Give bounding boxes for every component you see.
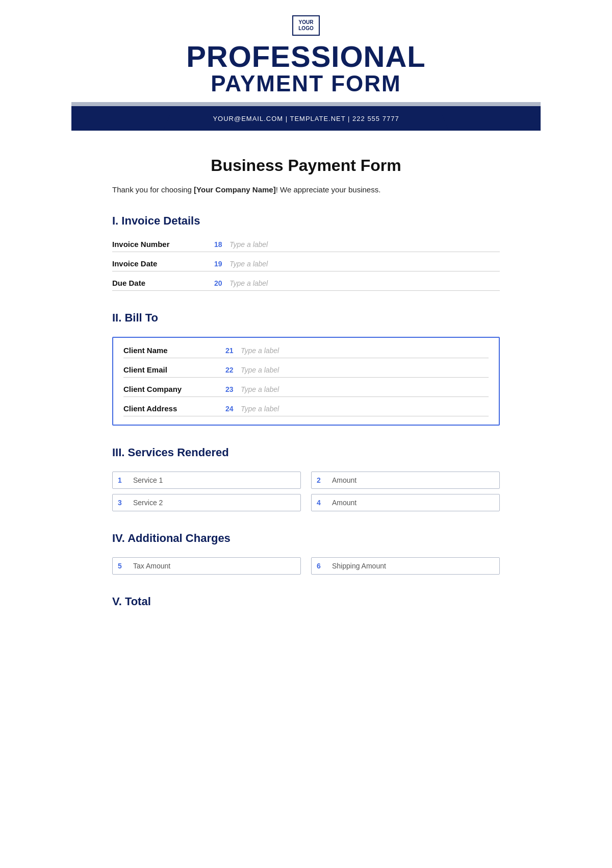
- field-number: 22: [225, 366, 237, 374]
- invoice-fields: Invoice Number 18 Type a label Invoice D…: [112, 240, 500, 291]
- field-number: 1: [118, 476, 129, 484]
- field-number: 18: [214, 240, 225, 249]
- title-professional: PROFESSIONAL: [82, 42, 530, 71]
- amount-value: Amount: [332, 499, 356, 507]
- field-label: Client Company: [123, 385, 225, 393]
- field-placeholder[interactable]: Type a label: [241, 346, 489, 355]
- additional-section: IV. Additional Charges 5Tax Amount6Shipp…: [112, 532, 500, 575]
- tax-field[interactable]: 5Tax Amount: [112, 557, 301, 575]
- service-field[interactable]: 3Service 2: [112, 494, 301, 511]
- bill-to-field-row: Client Name 21 Type a label: [123, 346, 489, 358]
- field-label: Client Name: [123, 346, 225, 355]
- intro-text: Thank you for choosing [Your Company Nam…: [112, 185, 500, 194]
- services-heading: III. Services Rendered: [112, 446, 500, 461]
- service-value: Service 2: [133, 499, 163, 507]
- services-grid: 1Service 12Amount3Service 24Amount: [112, 472, 500, 511]
- bill-to-field-row: Client Address 24 Type a label: [123, 404, 489, 416]
- header: YOUR LOGO PROFESSIONAL PAYMENT FORM: [71, 0, 541, 96]
- field-number: 23: [225, 385, 237, 393]
- field-number: 5: [118, 562, 129, 570]
- field-placeholder[interactable]: Type a label: [241, 385, 489, 393]
- invoice-details-heading: I. Invoice Details: [112, 214, 500, 230]
- tax-value: Tax Amount: [133, 562, 170, 570]
- amount-field[interactable]: 2Amount: [311, 472, 500, 489]
- invoice-field-row: Due Date 20 Type a label: [112, 279, 500, 291]
- field-number: 21: [225, 346, 237, 355]
- shipping-field[interactable]: 6Shipping Amount: [311, 557, 500, 575]
- field-label: Client Address: [123, 404, 225, 413]
- field-placeholder[interactable]: Type a label: [230, 279, 500, 287]
- bill-to-field-row: Client Email 22 Type a label: [123, 365, 489, 378]
- invoice-details-section: I. Invoice Details Invoice Number 18 Typ…: [112, 214, 500, 291]
- contact-bar: YOUR@EMAIL.COM | TEMPLATE.NET | 222 555 …: [71, 106, 541, 131]
- service-field[interactable]: 1Service 1: [112, 472, 301, 489]
- bill-to-heading: II. Bill To: [112, 311, 500, 327]
- logo-text: YOUR LOGO: [298, 19, 313, 32]
- field-number: 19: [214, 260, 225, 268]
- shipping-value: Shipping Amount: [332, 562, 386, 570]
- logo-box: YOUR LOGO: [292, 15, 319, 36]
- field-placeholder[interactable]: Type a label: [241, 405, 489, 413]
- field-label: Client Email: [123, 365, 225, 374]
- amount-value: Amount: [332, 476, 356, 484]
- field-placeholder[interactable]: Type a label: [230, 260, 500, 268]
- field-number: 3: [118, 499, 129, 507]
- additional-grid: 5Tax Amount6Shipping Amount: [112, 557, 500, 575]
- total-heading: V. Total: [112, 595, 500, 610]
- contact-info: YOUR@EMAIL.COM | TEMPLATE.NET | 222 555 …: [213, 115, 399, 122]
- services-section: III. Services Rendered 1Service 12Amount…: [112, 446, 500, 511]
- main-content: Business Payment Form Thank you for choo…: [71, 131, 541, 661]
- bill-to-fields: Client Name 21 Type a label Client Email…: [123, 346, 489, 416]
- field-number: 24: [225, 405, 237, 413]
- additional-heading: IV. Additional Charges: [112, 532, 500, 547]
- field-label: Invoice Date: [112, 259, 214, 268]
- service-value: Service 1: [133, 476, 163, 484]
- field-number: 20: [214, 279, 225, 287]
- bill-to-field-row: Client Company 23 Type a label: [123, 385, 489, 397]
- field-label: Due Date: [112, 279, 214, 287]
- page-title: Business Payment Form: [112, 156, 500, 175]
- total-section: V. Total: [112, 595, 500, 610]
- field-number: 2: [317, 476, 328, 484]
- bill-to-section: II. Bill To Client Name 21 Type a label …: [112, 311, 500, 426]
- field-number: 6: [317, 562, 328, 570]
- bill-to-box: Client Name 21 Type a label Client Email…: [112, 337, 500, 426]
- field-number: 4: [317, 499, 328, 507]
- field-label: Invoice Number: [112, 240, 214, 249]
- title-payment-form: PAYMENT FORM: [82, 71, 530, 96]
- field-placeholder[interactable]: Type a label: [241, 366, 489, 374]
- invoice-field-row: Invoice Number 18 Type a label: [112, 240, 500, 252]
- amount-field[interactable]: 4Amount: [311, 494, 500, 511]
- invoice-field-row: Invoice Date 19 Type a label: [112, 259, 500, 271]
- field-placeholder[interactable]: Type a label: [230, 240, 500, 249]
